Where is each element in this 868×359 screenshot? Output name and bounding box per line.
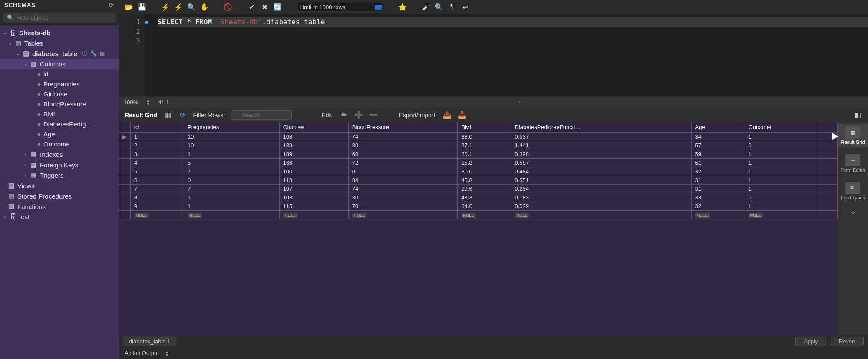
row-handle[interactable] bbox=[119, 211, 131, 219]
apply-button[interactable]: Apply bbox=[795, 337, 826, 346]
tree-indexes[interactable]: › ▦ Indexes bbox=[0, 149, 119, 160]
cell[interactable]: 1 bbox=[184, 202, 280, 211]
cell[interactable]: 8 bbox=[131, 193, 184, 202]
cell[interactable]: 166 bbox=[279, 159, 348, 167]
cell-null[interactable]: NULL bbox=[458, 211, 511, 219]
row-handle[interactable] bbox=[119, 167, 131, 176]
row-handle[interactable]: ▶ bbox=[119, 133, 131, 141]
cell[interactable]: 6 bbox=[131, 176, 184, 185]
tree-column[interactable]: ◆BloodPressure bbox=[0, 99, 119, 109]
cell[interactable]: 80 bbox=[348, 141, 458, 150]
cell-null[interactable]: NULL bbox=[348, 211, 458, 219]
autocommit-icon[interactable]: 🔄 bbox=[273, 3, 282, 11]
cell[interactable]: 10 bbox=[184, 141, 280, 150]
column-header[interactable]: Age bbox=[691, 122, 745, 133]
cell[interactable]: 32 bbox=[691, 167, 745, 176]
cell[interactable]: 25.8 bbox=[458, 159, 511, 167]
execute-icon[interactable]: ⚡ bbox=[161, 3, 170, 11]
cell[interactable]: 103 bbox=[279, 193, 348, 202]
cell[interactable]: 30.0 bbox=[458, 167, 511, 176]
row-handle[interactable] bbox=[119, 150, 131, 159]
refresh-icon[interactable]: ⟳ bbox=[178, 111, 187, 120]
cell[interactable]: 4 bbox=[131, 159, 184, 167]
cell[interactable]: 1 bbox=[131, 133, 184, 141]
row-handle[interactable] bbox=[119, 185, 131, 193]
cell[interactable]: 31 bbox=[691, 185, 745, 193]
cell[interactable]: 29.6 bbox=[458, 185, 511, 193]
beautify-icon[interactable]: 🖌 bbox=[422, 3, 430, 11]
cell[interactable]: 0 bbox=[745, 141, 819, 150]
cell-null[interactable]: NULL bbox=[691, 211, 745, 219]
table-row[interactable]: 57100030.00.484321 bbox=[119, 167, 838, 176]
cell[interactable]: 70 bbox=[348, 202, 458, 211]
cell[interactable]: 100 bbox=[279, 167, 348, 176]
column-header[interactable]: id bbox=[131, 122, 184, 133]
cell[interactable]: 45.8 bbox=[458, 176, 511, 185]
save-file-icon[interactable]: 💾 bbox=[138, 3, 146, 11]
cell[interactable]: 0 bbox=[184, 176, 280, 185]
cell[interactable]: 189 bbox=[279, 150, 348, 159]
sidebar-filter-input[interactable] bbox=[17, 14, 112, 21]
cell[interactable]: 1 bbox=[184, 150, 280, 159]
tree-table[interactable]: ⌄ ▤ diabetes_table ⓘ 🔧 ▦ bbox=[0, 48, 119, 59]
table-row[interactable]: 911157034.60.529321 bbox=[119, 202, 838, 211]
action-output-label[interactable]: Action Output bbox=[125, 350, 159, 356]
cell[interactable]: 7 bbox=[184, 167, 280, 176]
execute-current-icon[interactable]: ⚡ bbox=[174, 3, 183, 11]
chevron-right-icon[interactable]: › bbox=[23, 173, 28, 178]
table-tool-icons[interactable]: ⓘ 🔧 ▦ bbox=[82, 50, 106, 57]
cell[interactable]: 7 bbox=[184, 185, 280, 193]
cell[interactable]: 1 bbox=[745, 202, 819, 211]
cell-null[interactable]: NULL bbox=[184, 211, 280, 219]
grid-scroll[interactable]: idPregnanciesGlucoseBloodPressureBMIDiab… bbox=[119, 122, 838, 335]
cell[interactable]: 0.398 bbox=[511, 150, 691, 159]
cell[interactable]: 118 bbox=[279, 176, 348, 185]
table-row[interactable]: 311896030.10.398591 bbox=[119, 150, 838, 159]
export-icon[interactable]: 📤 bbox=[443, 111, 452, 120]
table-row[interactable]: 2101398027.11.441570 bbox=[119, 141, 838, 150]
tree-funcs[interactable]: ▦ Functions bbox=[0, 201, 119, 212]
tree-triggers[interactable]: › ▦ Triggers bbox=[0, 170, 119, 180]
chevron-down-icon[interactable]: ⌄ bbox=[3, 30, 7, 36]
add-row-icon[interactable]: ➕ bbox=[354, 111, 363, 120]
sidebar-search[interactable]: 🔍 bbox=[3, 13, 115, 23]
row-handle[interactable] bbox=[119, 193, 131, 202]
rail-form-editor[interactable]: ☰ Form Editor bbox=[838, 152, 868, 175]
result-grid[interactable]: idPregnanciesGlucoseBloodPressureBMIDiab… bbox=[119, 122, 838, 219]
code-line-2[interactable] bbox=[158, 27, 868, 37]
cell[interactable]: 0.587 bbox=[511, 159, 691, 167]
tree-column[interactable]: ◆Outcome bbox=[0, 139, 119, 149]
chevron-down-icon[interactable]: ⌄ bbox=[8, 40, 12, 46]
zoom-stepper-icon[interactable]: ▲▼ bbox=[146, 99, 150, 105]
cell[interactable]: 27.1 bbox=[458, 141, 511, 150]
whitespace-icon[interactable]: ¶ bbox=[448, 3, 456, 11]
column-header[interactable]: DiabetesPedigreeFuncti… bbox=[511, 122, 691, 133]
tree-procs[interactable]: ▦ Stored Procedures bbox=[0, 191, 119, 201]
cell[interactable]: 60 bbox=[348, 150, 458, 159]
cell[interactable]: 32 bbox=[691, 202, 745, 211]
cell[interactable]: 5 bbox=[184, 159, 280, 167]
cell[interactable]: 0.254 bbox=[511, 185, 691, 193]
cell[interactable]: 33 bbox=[691, 193, 745, 202]
tree-column[interactable]: ◆DiabetesPedig… bbox=[0, 119, 119, 129]
table-row-null[interactable]: NULLNULLNULLNULLNULLNULLNULLNULL bbox=[119, 211, 838, 219]
expand-rail-icon[interactable]: ▶ bbox=[832, 130, 838, 141]
column-header[interactable]: Outcome bbox=[745, 122, 819, 133]
cell[interactable]: 7 bbox=[131, 185, 184, 193]
commit-icon[interactable]: ✔ bbox=[247, 3, 256, 11]
cell[interactable]: 0 bbox=[745, 193, 819, 202]
zoom-icon[interactable]: 🔍 bbox=[435, 3, 443, 11]
cell[interactable]: 0.529 bbox=[511, 202, 691, 211]
cell[interactable]: 0 bbox=[348, 167, 458, 176]
stop-icon[interactable]: ✋ bbox=[200, 3, 209, 11]
filter-rows-input[interactable] bbox=[231, 110, 292, 120]
splitter-handle-icon[interactable]: • bbox=[177, 99, 863, 106]
chevron-down-icon[interactable]: ⌄ bbox=[23, 61, 28, 67]
tree-column[interactable]: ◆id bbox=[0, 69, 119, 79]
favorite-icon[interactable]: ⭐ bbox=[398, 3, 407, 11]
tree-column[interactable]: ◆Pregnancies bbox=[0, 79, 119, 89]
column-header[interactable]: BMI bbox=[458, 122, 511, 133]
cell-null[interactable]: NULL bbox=[279, 211, 348, 219]
column-header[interactable]: BloodPressure bbox=[348, 122, 458, 133]
explain-icon[interactable]: 🔍 bbox=[187, 3, 196, 11]
